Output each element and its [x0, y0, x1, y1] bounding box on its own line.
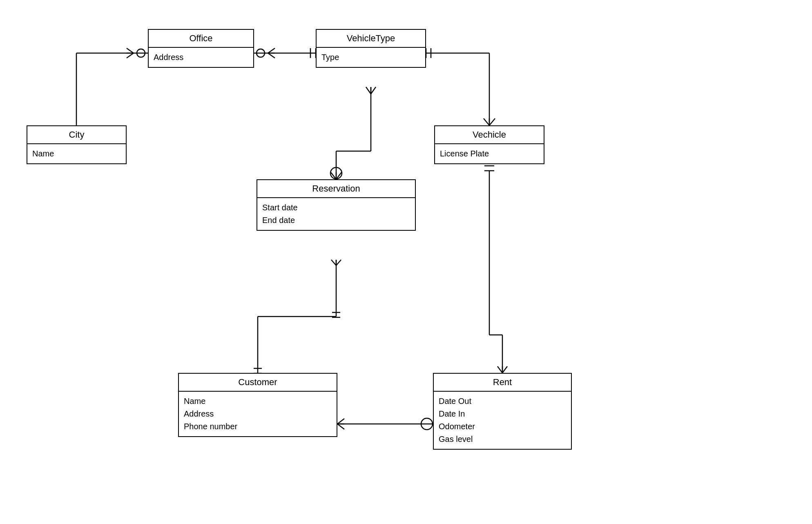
- entity-rent-attr-gaslevel: Gas level: [439, 433, 566, 446]
- entity-rent-attr-odometer: Odometer: [439, 420, 566, 433]
- svg-line-47: [337, 424, 344, 429]
- entity-reservation-title: Reservation: [257, 180, 415, 198]
- entity-vehicle-attr-plate: License Plate: [440, 147, 539, 160]
- entity-customer-attrs: Name Address Phone number: [179, 392, 337, 436]
- entity-vehicletype: VehicleType Type: [316, 29, 426, 68]
- entity-rent-attrs: Date Out Date In Odometer Gas level: [434, 392, 571, 449]
- entity-vehicletype-attr-type: Type: [321, 51, 420, 64]
- svg-line-57: [502, 366, 507, 373]
- entity-office-attr-address: Address: [154, 51, 248, 64]
- entity-city-title: City: [27, 126, 126, 144]
- entity-office-attrs: Address: [149, 48, 253, 67]
- entity-reservation-attrs: Start date End date: [257, 198, 415, 230]
- entity-city-attrs: Name: [27, 144, 126, 163]
- svg-line-37: [331, 260, 336, 265]
- entity-vehicletype-title: VehicleType: [317, 30, 425, 48]
- svg-line-45: [337, 419, 344, 424]
- entity-customer-attr-phone: Phone number: [184, 420, 332, 433]
- entity-reservation: Reservation Start date End date: [257, 179, 416, 231]
- entity-customer-attr-name: Name: [184, 395, 332, 408]
- entity-customer-attr-address: Address: [184, 408, 332, 420]
- entity-city: City Name: [27, 125, 127, 164]
- entity-vehicle-title: Vechicle: [435, 126, 544, 144]
- svg-line-7: [127, 53, 134, 58]
- svg-line-55: [497, 366, 502, 373]
- entity-rent-title: Rent: [434, 374, 571, 392]
- entity-customer: Customer Name Address Phone number: [178, 373, 337, 437]
- entity-city-attr-name: Name: [32, 147, 121, 160]
- entity-vehicletype-attrs: Type: [317, 48, 425, 67]
- svg-line-21: [484, 118, 489, 125]
- svg-line-10: [268, 48, 275, 53]
- entity-reservation-attr-enddate: End date: [262, 214, 410, 227]
- entity-vehicle: Vechicle License Plate: [434, 125, 544, 164]
- svg-line-12: [268, 53, 275, 58]
- entity-rent-attr-datein: Date In: [439, 408, 566, 420]
- svg-line-23: [489, 118, 495, 125]
- svg-line-5: [127, 48, 134, 53]
- connections-svg: [0, 0, 812, 524]
- diagram-container: City Name Office Address VehicleType Typ…: [0, 0, 812, 524]
- svg-line-29: [371, 87, 376, 94]
- entity-office-title: Office: [149, 30, 253, 48]
- entity-vehicle-attrs: License Plate: [435, 144, 544, 163]
- entity-rent: Rent Date Out Date In Odometer Gas level: [433, 373, 572, 450]
- entity-customer-title: Customer: [179, 374, 337, 392]
- svg-line-27: [366, 87, 371, 94]
- entity-reservation-attr-startdate: Start date: [262, 201, 410, 214]
- entity-rent-attr-dateout: Date Out: [439, 395, 566, 408]
- svg-line-39: [336, 260, 341, 265]
- entity-office: Office Address: [148, 29, 254, 68]
